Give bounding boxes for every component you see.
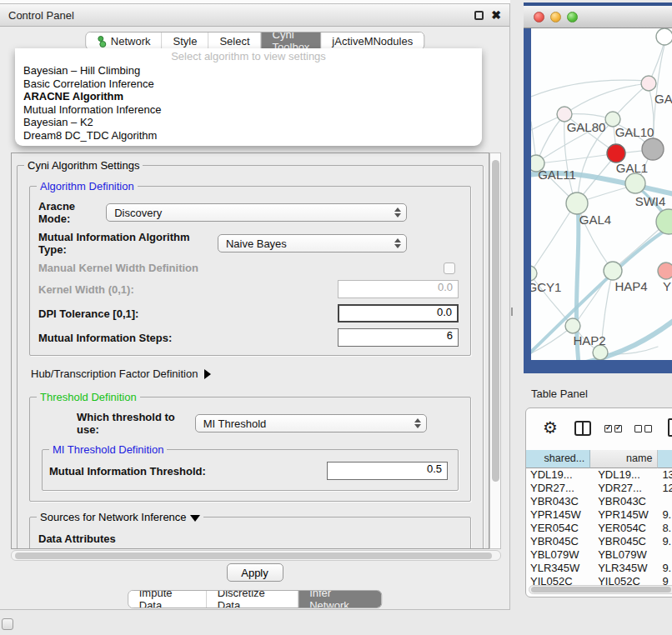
table-cell: YDL19... — [526, 468, 590, 482]
kernel-width-label: Kernel Width (0,1): — [38, 283, 134, 296]
network-edge[interactable] — [531, 116, 561, 130]
dpi-tolerance-label: DPI Tolerance [0,1]: — [38, 308, 138, 320]
table-cell: YBR045C — [590, 535, 658, 548]
tab-cyni-toolbox[interactable]: Cyni Toolbox — [262, 32, 322, 49]
table-cell: 9. — [658, 508, 672, 522]
node-hap4[interactable] — [604, 262, 622, 280]
table-cell: YBL079W — [526, 548, 590, 562]
tab-infer-network[interactable]: Infer Network — [298, 591, 381, 608]
table-row[interactable]: YER054CYER054C8. — [526, 522, 672, 535]
table-row[interactable]: YPR145WYPR145W9. — [526, 508, 672, 522]
tab-discretize-data[interactable]: Discretize Data — [207, 591, 298, 608]
algorithm-select-placeholder: Select algorithm to view settings — [15, 48, 482, 64]
scrollbar-thumb[interactable] — [492, 160, 499, 482]
scrollbar-thumb[interactable] — [15, 552, 492, 559]
algorithm-item-aracne-algorithm[interactable]: ARACNE Algorithm — [15, 90, 482, 103]
tab-label: Discretize Data — [218, 590, 287, 608]
select-all-checkbox-icon[interactable] — [614, 425, 622, 432]
table-panel-title: Table Panel — [531, 388, 588, 400]
table-horizontal-scrollbar[interactable] — [529, 585, 672, 594]
minimized-panel-icon[interactable] — [2, 618, 13, 630]
column-header-name[interactable]: name — [590, 450, 658, 468]
dpi-tolerance-input[interactable]: 0.0 — [338, 304, 459, 322]
tab-style[interactable]: Style — [163, 32, 209, 49]
tab-jactivemnodules[interactable]: jActiveMNodules — [321, 32, 424, 49]
node-hap2[interactable] — [565, 318, 580, 333]
mi-threshold-input[interactable]: 0.5 — [327, 462, 448, 480]
cyni-algorithm-settings-group: Cyni Algorithm Settings Algorithm Defini… — [17, 165, 484, 549]
node-gal-pink[interactable] — [641, 76, 656, 91]
network-edge[interactable] — [564, 83, 649, 114]
document-icon[interactable] — [668, 418, 672, 437]
tab-network[interactable]: Network — [86, 32, 163, 49]
network-edge[interactable] — [531, 80, 646, 97]
algorithm-item-bayesian-k2[interactable]: Bayesian – K2 — [15, 116, 482, 129]
sources-title[interactable]: Sources for Network Inference — [37, 511, 203, 523]
network-canvas[interactable]: GALGAL80GAL10GAL1GAL11SWI4GAL4GCY1HAP4YH… — [531, 28, 672, 360]
control-panel-tabs: NetworkStyleSelectCyni ToolboxjActiveMNo… — [85, 32, 424, 50]
network-view-window: GALGAL80GAL10GAL1GAL11SWI4GAL4GCY1HAP4YH… — [524, 2, 672, 373]
table-row[interactable]: YBR043CYBR043C — [526, 495, 672, 508]
table-cell: 12 — [658, 482, 672, 495]
manual-kernel-checkbox[interactable] — [444, 262, 455, 274]
settings-vertical-scrollbar[interactable] — [489, 152, 501, 549]
panel-splitter-handle[interactable] — [511, 308, 514, 316]
gear-icon[interactable]: ⚙ — [543, 419, 558, 436]
close-icon[interactable]: ✖ — [491, 11, 501, 20]
algorithm-item-mutual-information-inference[interactable]: Mutual Information Inference — [15, 103, 482, 117]
table-row[interactable]: YDL19...YDL19...13 — [526, 468, 672, 482]
manual-kernel-label: Manual Kernel Width Definition — [38, 262, 198, 274]
close-traffic-light-icon[interactable] — [534, 12, 544, 22]
node-gal4[interactable] — [566, 192, 588, 214]
deselect-all-checkbox-icon[interactable] — [644, 425, 652, 432]
algorithm-item-dream8-dc-tdc-algorithm[interactable]: Dream8 DC_TDC Algorithm — [15, 129, 482, 142]
which-threshold-select[interactable]: MI Threshold — [195, 414, 427, 432]
table-row[interactable]: YDR27...YDR27...12 — [526, 482, 672, 495]
split-columns-icon[interactable] — [574, 421, 591, 436]
group-title: Cyni Algorithm Settings — [24, 159, 143, 172]
table-panel-window: ⚙ shared...name YDL19...YDL19...13YDR27.… — [525, 408, 672, 598]
apply-button[interactable]: Apply — [227, 563, 283, 582]
float-window-icon[interactable] — [474, 11, 484, 20]
hub-definition-label: Hub/Transcription Factor Definition — [31, 368, 198, 380]
hub-definition-toggle[interactable]: Hub/Transcription Factor Definition — [31, 368, 478, 380]
network-edge[interactable] — [539, 154, 612, 163]
minimize-traffic-light-icon[interactable] — [550, 12, 561, 22]
scrollbar-thumb[interactable] — [531, 587, 671, 592]
table-row[interactable]: YLR345WYLR345W9. — [526, 562, 672, 575]
node-label-hap2: HAP2 — [573, 333, 605, 348]
deselect-all-checkbox-icon[interactable] — [634, 425, 642, 432]
kernel-width-input[interactable]: 0.0 — [338, 280, 459, 298]
column-header-shared[interactable]: shared... — [526, 450, 590, 468]
algorithm-item-bayesian-hill-climbing[interactable]: Bayesian – Hill Climbing — [15, 64, 482, 78]
network-window-titlebar[interactable] — [524, 2, 672, 28]
zoom-traffic-light-icon[interactable] — [567, 12, 578, 22]
table-cell — [658, 548, 672, 562]
table-cell: YDR27... — [590, 482, 658, 495]
node-gcy1[interactable] — [531, 266, 537, 281]
table-cell: 13 — [658, 468, 672, 482]
node-partial-top[interactable] — [656, 28, 672, 45]
node-salmon[interactable] — [658, 262, 672, 279]
node-gray[interactable] — [642, 138, 664, 160]
tab-impute-data[interactable]: Impute Data — [128, 591, 207, 608]
table-row[interactable]: YBR045CYBR045C9. — [526, 535, 672, 548]
node-label-gcy1: GCY1 — [531, 280, 561, 294]
table-cell: YLR345W — [526, 562, 590, 575]
node-big-green[interactable] — [656, 209, 672, 234]
node-gal1-red[interactable] — [607, 144, 625, 162]
settings-horizontal-scrollbar[interactable] — [11, 550, 501, 561]
table-row[interactable]: YBL079WYBL079W — [526, 548, 672, 562]
stepper-arrows-icon — [414, 418, 421, 428]
select-all-checkbox-icon[interactable] — [604, 425, 612, 432]
column-header-2[interactable] — [658, 450, 672, 468]
node-swi4[interactable] — [625, 173, 645, 193]
mi-steps-input[interactable]: 6 — [338, 328, 459, 347]
tab-select[interactable]: Select — [208, 32, 261, 49]
network-edge[interactable] — [531, 208, 573, 272]
aracne-mode-select[interactable]: Discovery — [106, 203, 407, 222]
algorithm-item-basic-correlation-inference[interactable]: Basic Correlation Inference — [15, 78, 482, 91]
mi-algorithm-type-select[interactable]: Naive Bayes — [218, 234, 407, 252]
mi-threshold-label: Mutual Information Threshold: — [49, 465, 206, 478]
network-edge[interactable] — [614, 227, 662, 268]
